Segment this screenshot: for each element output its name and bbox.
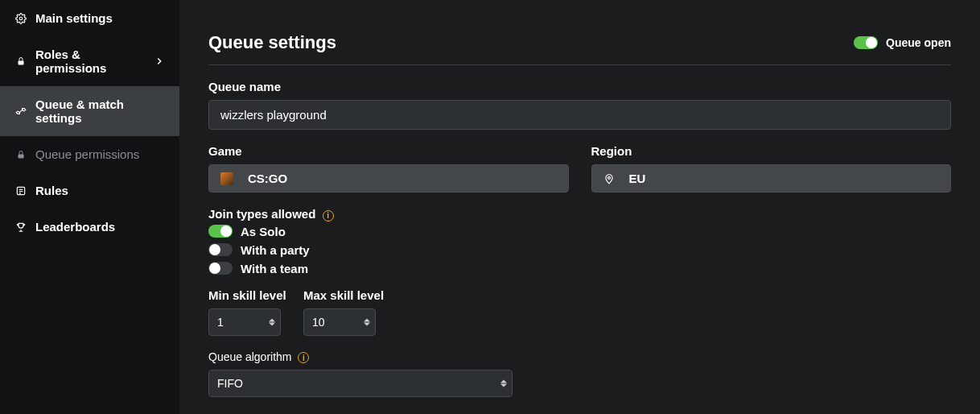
region-select[interactable]: EU: [591, 164, 952, 193]
sidebar-item-label: Rules: [35, 184, 68, 197]
svg-rect-3: [19, 154, 24, 158]
sidebar-item-rules[interactable]: Rules: [0, 172, 179, 209]
sidebar: Main settings Roles & permissions Queue …: [0, 0, 179, 414]
page-title: Queue settings: [208, 32, 336, 53]
game-select[interactable]: CS:GO: [208, 164, 569, 193]
page-header: Queue settings Queue open: [208, 32, 951, 65]
min-skill-value: 1: [217, 316, 224, 329]
svg-point-0: [19, 17, 23, 20]
sidebar-item-label: Main settings: [35, 11, 113, 25]
svg-point-8: [607, 176, 610, 179]
algorithm-field: Queue algorithm i FIFO: [208, 350, 513, 398]
join-type-party: With a party: [208, 243, 951, 257]
max-skill-select[interactable]: 10: [303, 308, 376, 336]
csgo-icon: [220, 172, 233, 185]
team-label: With a team: [241, 262, 308, 275]
tools-icon: [14, 105, 27, 118]
queue-name-input[interactable]: [208, 100, 951, 130]
chevron-right-icon: [154, 56, 165, 67]
queue-name-field: Queue name: [208, 80, 951, 130]
max-skill-field: Max skill level 10: [303, 288, 376, 336]
algorithm-select[interactable]: FIFO: [208, 370, 513, 397]
party-toggle[interactable]: [208, 243, 233, 256]
lock-icon: [14, 55, 27, 68]
join-type-team: With a team: [208, 262, 951, 275]
svg-line-2: [19, 110, 23, 114]
solo-toggle[interactable]: [208, 225, 233, 238]
join-types-field: Join types allowed i: [208, 207, 951, 221]
queue-name-label: Queue name: [208, 80, 951, 93]
join-types-label: Join types allowed i: [208, 207, 951, 221]
pin-icon: [603, 173, 615, 184]
sidebar-item-roles-permissions[interactable]: Roles & permissions: [0, 36, 179, 86]
game-field: Game CS:GO: [208, 144, 569, 193]
min-skill-select[interactable]: 1: [208, 308, 281, 336]
join-type-solo: As Solo: [208, 225, 951, 238]
stepper-icon: [364, 318, 370, 325]
sidebar-item-label: Leaderboards: [35, 220, 115, 234]
team-toggle[interactable]: [208, 262, 233, 275]
queue-open-label: Queue open: [886, 36, 951, 49]
min-skill-field: Min skill level 1: [208, 288, 281, 336]
stepper-icon: [269, 318, 275, 325]
sidebar-item-label: Queue & match settings: [35, 97, 165, 125]
max-skill-label: Max skill level: [303, 288, 376, 302]
queue-open-control: Queue open: [854, 36, 951, 49]
sidebar-item-label: Queue permissions: [35, 147, 139, 161]
info-icon[interactable]: i: [323, 210, 334, 221]
party-label: With a party: [241, 243, 310, 257]
algorithm-value: FIFO: [217, 377, 243, 390]
region-value: EU: [629, 172, 646, 185]
region-label: Region: [591, 144, 952, 158]
solo-label: As Solo: [241, 225, 286, 238]
stepper-icon: [500, 380, 507, 387]
min-skill-label: Min skill level: [208, 288, 281, 302]
sidebar-item-label: Roles & permissions: [35, 48, 146, 75]
sidebar-item-leaderboards[interactable]: Leaderboards: [0, 209, 179, 245]
trophy-icon: [14, 221, 27, 234]
svg-rect-1: [19, 61, 24, 65]
list-icon: [14, 184, 27, 197]
lock-icon: [14, 148, 27, 161]
game-label: Game: [208, 144, 569, 158]
sidebar-item-main-settings[interactable]: Main settings: [0, 0, 179, 36]
gear-icon: [14, 12, 27, 25]
sidebar-item-queue-permissions[interactable]: Queue permissions: [0, 136, 179, 172]
region-field: Region EU: [591, 144, 952, 193]
algorithm-label: Queue algorithm i: [208, 350, 513, 364]
queue-open-toggle[interactable]: [854, 36, 878, 49]
main-content: Queue settings Queue open Queue name Gam…: [179, 0, 980, 414]
max-skill-value: 10: [312, 316, 325, 329]
game-value: CS:GO: [248, 172, 287, 185]
sidebar-item-queue-match-settings[interactable]: Queue & match settings: [0, 86, 179, 136]
info-icon[interactable]: i: [298, 352, 309, 363]
